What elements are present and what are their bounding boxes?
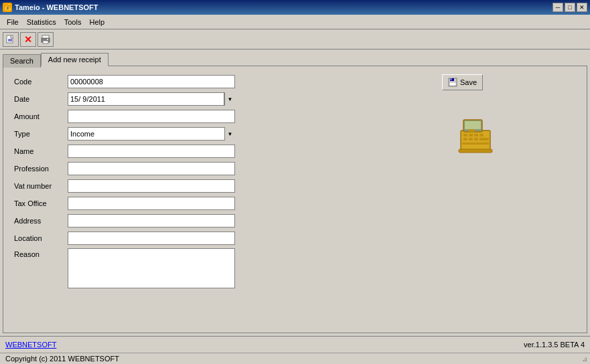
amount-input[interactable] <box>68 110 235 123</box>
menu-file[interactable]: File <box>3 17 23 27</box>
reason-textarea[interactable] <box>68 248 235 288</box>
title-bar: 💰 Tameio - WEBNETSOFT ─ □ ✕ <box>0 0 590 15</box>
version-label: ver.1.1.3.5 BETA 4 <box>524 341 585 349</box>
svg-rect-5 <box>43 41 48 43</box>
save-button[interactable]: Save <box>442 74 483 90</box>
svg-rect-8 <box>450 78 454 81</box>
type-select[interactable]: Income Expense <box>68 127 235 141</box>
svg-rect-6 <box>47 39 48 40</box>
svg-rect-14 <box>463 134 467 136</box>
vat-number-row: Vat number <box>14 179 429 193</box>
svg-rect-24 <box>469 129 474 132</box>
tax-office-input[interactable] <box>68 197 235 210</box>
close-button[interactable]: ✕ <box>577 3 587 12</box>
save-icon <box>448 78 457 87</box>
tab-search[interactable]: Search <box>3 54 41 68</box>
print-button[interactable] <box>38 32 54 47</box>
location-row: Location <box>14 231 429 246</box>
date-dropdown-arrow[interactable]: ▼ <box>224 92 235 106</box>
type-label: Type <box>14 130 68 138</box>
toolbar: ✕ <box>0 29 590 50</box>
form-left: Code Date ▼ Amount Type <box>14 74 429 292</box>
menu-statistics[interactable]: Statistics <box>23 17 60 27</box>
tax-office-label: Tax Office <box>14 199 68 207</box>
code-input[interactable] <box>68 75 235 88</box>
menu-bar: File Statistics Tools Help <box>0 15 590 29</box>
delete-button[interactable]: ✕ <box>20 32 36 47</box>
svg-rect-22 <box>462 143 489 145</box>
location-input[interactable] <box>68 232 235 245</box>
type-row: Type Income Expense ▼ <box>14 126 429 141</box>
main-content: Code Date ▼ Amount Type <box>3 66 587 333</box>
location-label: Location <box>14 234 68 242</box>
window-title: Tameio - WEBNETSOFT <box>15 3 98 11</box>
svg-rect-10 <box>449 82 456 86</box>
maximize-button[interactable]: □ <box>565 3 575 12</box>
svg-rect-20 <box>474 138 478 141</box>
tabs-bar: Search Add new receipt <box>0 50 590 66</box>
footer: WEBNETSOFT ver.1.1.3.5 BETA 4 Copyright … <box>0 336 590 364</box>
minimize-button[interactable]: ─ <box>552 3 563 12</box>
type-wrapper: Income Expense ▼ <box>68 127 235 141</box>
window-controls: ─ □ ✕ <box>552 3 587 12</box>
reason-row: Reason <box>14 248 429 290</box>
svg-rect-16 <box>474 134 478 136</box>
address-row: Address <box>14 213 429 228</box>
vat-number-input[interactable] <box>68 179 235 193</box>
date-wrapper: ▼ <box>68 92 235 106</box>
name-input[interactable] <box>68 145 235 158</box>
reason-wrapper <box>68 248 235 290</box>
vat-number-label: Vat number <box>14 182 68 190</box>
code-label: Code <box>14 78 68 86</box>
menu-tools[interactable]: Tools <box>60 17 86 27</box>
new-icon <box>6 35 15 44</box>
amount-row: Amount <box>14 109 429 124</box>
svg-rect-18 <box>463 138 467 141</box>
save-button-label: Save <box>460 78 477 86</box>
svg-rect-17 <box>480 134 484 136</box>
form-right: Save <box>442 74 576 292</box>
svg-rect-9 <box>451 78 451 80</box>
form-container: Code Date ▼ Amount Type <box>14 74 576 292</box>
name-label: Name <box>14 147 68 155</box>
footer-copyright: Copyright (c) 2011 WEBNETSOFT ⊿ <box>0 353 590 364</box>
date-row: Date ▼ <box>14 92 429 106</box>
resize-handle[interactable]: ⊿ <box>582 355 587 363</box>
code-row: Code <box>14 74 429 89</box>
svg-rect-21 <box>480 138 489 141</box>
reason-label: Reason <box>14 250 68 258</box>
footer-top: WEBNETSOFT ver.1.1.3.5 BETA 4 <box>0 337 590 353</box>
address-label: Address <box>14 217 68 225</box>
menu-help[interactable]: Help <box>85 17 108 27</box>
date-input[interactable] <box>68 92 224 106</box>
title-bar-left: 💰 Tameio - WEBNETSOFT <box>3 3 98 12</box>
svg-rect-13 <box>465 121 481 129</box>
name-row: Name <box>14 144 429 159</box>
app-icon: 💰 <box>3 3 12 12</box>
print-icon <box>41 35 50 44</box>
cash-register-icon <box>455 117 496 151</box>
address-input[interactable] <box>68 214 235 227</box>
new-button[interactable] <box>3 32 19 47</box>
footer-link[interactable]: WEBNETSOFT <box>5 341 56 349</box>
svg-rect-23 <box>459 149 492 153</box>
svg-rect-19 <box>469 138 473 141</box>
tab-add-new-receipt[interactable]: Add new receipt <box>41 53 108 66</box>
profession-input[interactable] <box>68 162 235 175</box>
copyright-text: Copyright (c) 2011 WEBNETSOFT <box>5 355 119 363</box>
amount-label: Amount <box>14 112 68 120</box>
profession-row: Profession <box>14 161 429 176</box>
date-label: Date <box>14 95 68 103</box>
profession-label: Profession <box>14 165 68 173</box>
svg-rect-15 <box>469 134 473 136</box>
tax-office-row: Tax Office <box>14 196 429 211</box>
